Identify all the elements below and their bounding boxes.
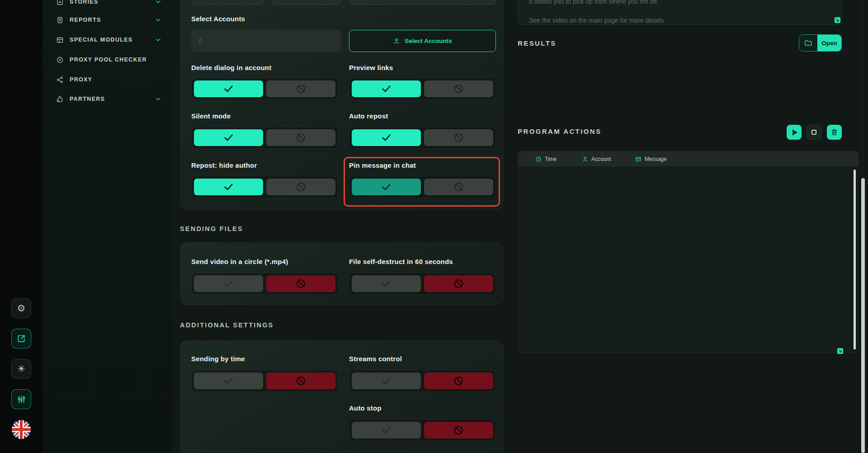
- external-link-icon: [17, 334, 26, 343]
- info-notes-card: It allows you to pick up from where you …: [518, 0, 842, 25]
- prohibited-icon: [297, 133, 305, 142]
- column-label: Message: [645, 156, 667, 162]
- info-text: It allows you to pick up from where you …: [529, 0, 659, 5]
- check-icon: [381, 279, 392, 288]
- cut-input-field[interactable]: [272, 0, 341, 5]
- open-button-label: Open: [817, 35, 841, 51]
- program-actions-title: PROGRAM ACTIONS: [518, 127, 601, 135]
- toggle-label: Streams control: [349, 355, 402, 363]
- page-scrollbar-track[interactable]: [861, 0, 865, 453]
- settings-gear-button[interactable]: ⚙: [11, 298, 31, 318]
- toggle-on-button[interactable]: [352, 179, 421, 195]
- delete-button[interactable]: [827, 125, 842, 140]
- prohibited-icon: [297, 279, 305, 288]
- check-icon: [381, 377, 392, 385]
- sliders-button[interactable]: [11, 389, 31, 409]
- play-button[interactable]: [787, 125, 802, 140]
- stop-button[interactable]: [807, 125, 821, 140]
- external-link-button[interactable]: [11, 329, 31, 349]
- toggle-off-button[interactable]: [424, 179, 493, 195]
- mail-icon: [635, 156, 642, 162]
- toggle-on-button[interactable]: [352, 275, 421, 292]
- modules-grid-icon: [56, 36, 64, 44]
- toggle-send-video-circle: [191, 273, 338, 295]
- toggle-label: Send video in a circle (*.mp4): [191, 258, 288, 265]
- open-results-button[interactable]: Open: [799, 34, 842, 52]
- column-time[interactable]: Time: [535, 151, 557, 166]
- sidebar-item-label: PROXY POOL CHECKER: [70, 57, 162, 63]
- column-message[interactable]: Message: [635, 151, 667, 166]
- toggle-on-button[interactable]: [194, 275, 263, 292]
- cut-input-field[interactable]: [349, 0, 496, 5]
- check-icon: [223, 377, 234, 385]
- results-title: RESULTS: [518, 39, 557, 47]
- sending-files-title: SENDING FILES: [180, 225, 243, 232]
- toggle-off-button[interactable]: [424, 373, 493, 389]
- toggle-repost-hide-author: [191, 176, 338, 198]
- language-flag-button[interactable]: [11, 420, 31, 439]
- check-icon: [223, 133, 234, 142]
- sidebar-item-reports[interactable]: REPORTS: [42, 10, 172, 30]
- select-accounts-label: Select Accounts: [191, 15, 245, 23]
- sidebar-item-special-modules[interactable]: SPECIAL MODULES: [42, 30, 172, 50]
- toggle-label: Sending by time: [191, 355, 245, 363]
- prohibited-icon: [297, 377, 305, 385]
- cut-input-field[interactable]: [191, 0, 264, 5]
- toggle-off-button[interactable]: [424, 422, 493, 439]
- toggle-off-button[interactable]: [266, 179, 335, 195]
- accounts-count-input[interactable]: [191, 30, 341, 52]
- play-icon: [793, 129, 797, 136]
- check-icon: [381, 426, 392, 434]
- person-icon: [393, 38, 400, 45]
- toggle-off-button[interactable]: [424, 275, 493, 292]
- sidebar-item-proxy-pool-checker[interactable]: PROXY POOL CHECKER: [42, 50, 172, 70]
- toggle-off-button[interactable]: [424, 129, 493, 146]
- toggle-on-button[interactable]: [352, 129, 421, 146]
- toggle-on-button[interactable]: [194, 129, 263, 146]
- toggle-off-button[interactable]: [266, 275, 335, 292]
- message-settings-card: Select Accounts Select Accounts Delete d…: [180, 0, 504, 210]
- sidebar-item-label: SPECIAL MODULES: [70, 37, 149, 43]
- table-header: Time Account Message: [518, 151, 858, 166]
- toggle-silent-mode: [191, 127, 338, 149]
- resize-handle-icon[interactable]: [837, 348, 843, 354]
- brightness-button[interactable]: ☀: [11, 359, 31, 379]
- toggle-on-button[interactable]: [352, 80, 421, 97]
- toggle-file-self-destruct: [349, 273, 496, 295]
- toggle-auto-stop: [349, 419, 496, 441]
- thumbs-up-icon: [56, 95, 64, 103]
- chevron-down-icon: [155, 0, 162, 5]
- toggle-on-button[interactable]: [194, 80, 263, 97]
- page-scrollbar-thumb[interactable]: [861, 178, 865, 453]
- check-icon: [223, 279, 234, 288]
- toggle-on-button[interactable]: [194, 179, 263, 195]
- table-scrollbar-thumb[interactable]: [854, 170, 856, 349]
- icon-rail: ⚙ ☀: [0, 0, 42, 453]
- select-accounts-button[interactable]: Select Accounts: [349, 30, 496, 52]
- chevron-down-icon: [155, 16, 162, 24]
- toggle-label: Auto stop: [349, 404, 382, 412]
- resize-handle-icon[interactable]: [835, 17, 840, 23]
- sidebar-item-partners[interactable]: PARTNERS: [42, 89, 172, 109]
- sidebar-item-proxy[interactable]: PROXY: [42, 70, 172, 90]
- toggle-label: Preview links: [349, 64, 393, 71]
- toggle-on-button[interactable]: [352, 422, 421, 439]
- toggle-on-button[interactable]: [194, 373, 263, 389]
- gear-icon: ⚙: [17, 304, 26, 313]
- sidebar-item-label: REPORTS: [70, 17, 149, 23]
- column-account[interactable]: Account: [582, 151, 611, 166]
- toggle-off-button[interactable]: [266, 373, 335, 389]
- toggle-off-button[interactable]: [266, 80, 335, 97]
- select-accounts-button-label: Select Accounts: [405, 38, 452, 44]
- toggle-off-button[interactable]: [266, 129, 335, 146]
- toggle-auto-repost: [349, 127, 496, 149]
- app-window: ⚙ ☀: [0, 0, 868, 453]
- toggle-on-button[interactable]: [352, 373, 421, 389]
- column-label: Time: [545, 156, 557, 162]
- sending-files-card: Send video in a circle (*.mp4) File self…: [180, 242, 504, 305]
- uk-flag-icon: [12, 420, 31, 439]
- sidebar-menu: STORIES REPORTS SPECIAL MODULES PROXY PO…: [42, 0, 172, 453]
- toggle-off-button[interactable]: [424, 80, 493, 97]
- toggle-label: Delete dialog in account: [191, 64, 271, 71]
- column-label: Account: [591, 156, 611, 162]
